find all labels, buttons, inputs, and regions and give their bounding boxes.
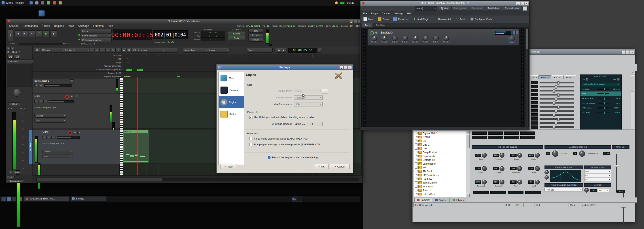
tempo-sig-line[interactable]: Tempo 120,0 Sig. 4/4 bbox=[154, 41, 174, 44]
ressort-label[interactable]: Ressort bbox=[63, 42, 70, 45]
toolbar-expander-icon[interactable]: ▼ bbox=[318, 48, 322, 52]
midi-channel-mode[interactable]: Lire: tout Enreg.: tout Canx bbox=[34, 107, 56, 109]
mute-track-button[interactable]: M bbox=[70, 95, 74, 98]
cc-box[interactable] bbox=[488, 136, 503, 139]
cancel-button[interactable]: ✕Cancel bbox=[330, 164, 350, 169]
param-knob[interactable] bbox=[382, 36, 387, 41]
scroll-thumb[interactable] bbox=[466, 134, 470, 148]
selection-row[interactable]: Durée ··:··:··:·· bbox=[191, 38, 225, 41]
tree-item[interactable]: + FP Powerbass bbox=[414, 173, 470, 177]
snap-combo[interactable]: Magnétique bbox=[183, 48, 208, 52]
output-button[interactable]: 1/2 bbox=[7, 176, 14, 179]
cc-box[interactable] bbox=[504, 132, 519, 135]
maximize-icon[interactable]: ▢ bbox=[520, 2, 524, 5]
region-name-bar[interactable]: MIDI 2.1 bbox=[124, 130, 148, 133]
tree-item-label[interactable]: Examination bbox=[422, 162, 436, 165]
tab-auxfx1[interactable]: AUX FX 1 bbox=[539, 75, 551, 79]
menu-item[interactable]: Commandes bbox=[20, 24, 40, 28]
volume-icon[interactable] bbox=[47, 1, 50, 4]
menu-item[interactable]: Édition bbox=[40, 24, 52, 28]
track-name[interactable]: Bus Master 1 bbox=[34, 80, 49, 82]
strip-name[interactable]: Bus Master 1 bbox=[8, 51, 20, 54]
menu-item[interactable]: File bbox=[361, 12, 369, 15]
selection-row[interactable]: Fin ··:··:··:·· bbox=[191, 34, 225, 38]
checkbox-unchecked-icon[interactable] bbox=[249, 143, 252, 146]
tree-item[interactable]: + FM bbox=[414, 166, 470, 169]
channel-slider[interactable] bbox=[540, 98, 574, 100]
midi-region[interactable]: MIDI 2.1 bbox=[124, 130, 148, 163]
expand-icon[interactable]: + bbox=[415, 151, 418, 154]
main-trim-display[interactable]: +0.0 bbox=[616, 190, 625, 193]
tool-button[interactable]: ↔ bbox=[105, 48, 110, 52]
limiter-knob[interactable] bbox=[584, 188, 589, 192]
checkbox-unchecked-icon[interactable] bbox=[249, 137, 252, 140]
mouse-mode-combo[interactable]: Souris bbox=[247, 48, 272, 52]
nav-item-canvas[interactable]: Canvas bbox=[219, 84, 244, 96]
auto-return-combo[interactable]: Retour automatique bbox=[81, 38, 112, 42]
tool-button[interactable]: ◉ bbox=[122, 48, 126, 52]
solo-track-button[interactable]: S bbox=[77, 131, 82, 134]
track-header-midi1[interactable]: MIDI 1 M S P A G Lire: tout Enreg.: tout… bbox=[32, 130, 120, 164]
toolbar-button[interactable]: Add Plugin bbox=[411, 16, 431, 22]
force-stereo-checkbox-row[interactable]: Force mono plugins as stereo (EXPERIMENT… bbox=[249, 137, 308, 140]
tree-item-label[interactable]: HaLLoW ! bbox=[422, 178, 434, 180]
midi-note[interactable] bbox=[126, 154, 130, 155]
group-button[interactable]: G bbox=[52, 136, 56, 139]
fx-param-row[interactable]: ER Room Size 46 % bbox=[580, 96, 622, 101]
expand-icon[interactable]: + bbox=[415, 132, 418, 134]
expand-icon[interactable]: + bbox=[415, 174, 418, 176]
screenshot-icon[interactable] bbox=[41, 1, 44, 4]
fx-param-row[interactable]: Pre-Delay 90.00 ms bbox=[580, 87, 622, 92]
app-grid-icon[interactable] bbox=[30, 1, 33, 4]
controller-value[interactable]: 26% bbox=[528, 154, 534, 157]
param-knob[interactable] bbox=[402, 36, 408, 41]
track-fader[interactable] bbox=[49, 100, 74, 103]
strip-edit-icon[interactable]: ✎ bbox=[10, 47, 14, 50]
filter-cutoff-knob[interactable] bbox=[544, 170, 549, 174]
ui-bridge-timeout-spinbox[interactable]: 4000 ms ▲▼ bbox=[294, 122, 323, 126]
tree-item-label[interactable]: Luke's Best bbox=[422, 193, 435, 196]
minimize-icon[interactable]: ▁ bbox=[516, 2, 520, 5]
tree-item-label[interactable]: JP4 Bass bbox=[422, 185, 433, 188]
controller-value[interactable]: 36% bbox=[492, 180, 499, 184]
cc-box[interactable] bbox=[472, 132, 487, 135]
tree-item[interactable]: + DB9 2 bbox=[414, 146, 470, 150]
track-name[interactable]: MIDI 1 bbox=[42, 131, 50, 134]
cc-select[interactable] bbox=[508, 191, 524, 194]
param-knob[interactable] bbox=[413, 36, 418, 41]
tree-item-label[interactable]: DB9 2 bbox=[422, 147, 430, 150]
playlist-button[interactable]: P bbox=[34, 100, 38, 103]
cc-box[interactable] bbox=[520, 136, 535, 139]
nav-item-paths[interactable]: Paths bbox=[219, 108, 244, 120]
expand-icon[interactable]: + bbox=[415, 136, 418, 138]
nav-item-engine[interactable]: Engine bbox=[219, 96, 244, 108]
patch-combo[interactable]: Generic bbox=[42, 150, 73, 154]
fx-param-row[interactable]: ER / Tail Balance 12 % bbox=[580, 101, 622, 106]
transport-button[interactable]: ◯ bbox=[36, 30, 42, 37]
mute-button[interactable]: Muet bbox=[8, 102, 20, 106]
nav-item-main[interactable]: Main bbox=[219, 72, 244, 84]
aux-effect-preset-combo[interactable]: Early Reflections Reverb bbox=[582, 82, 620, 86]
bridge-mode-checkbox-row[interactable]: Run plugins in bridge mode when possible… bbox=[249, 143, 321, 146]
tree-item[interactable]: + HaLLoW ! bbox=[414, 177, 470, 181]
menu-item[interactable]: Session bbox=[7, 24, 20, 28]
save-button[interactable]: Sauvegarder bbox=[452, 6, 468, 11]
controller-knob[interactable] bbox=[500, 166, 504, 171]
tab-system[interactable]: System bbox=[433, 198, 450, 202]
midi-note[interactable] bbox=[140, 156, 145, 157]
menu-item[interactable]: Régions bbox=[52, 24, 66, 28]
channel-slider[interactable] bbox=[540, 102, 574, 104]
session-logo-icon[interactable] bbox=[522, 6, 528, 11]
panel-menu-label[interactable]: Menu Principal bbox=[6, 1, 24, 4]
filter-res-knob[interactable] bbox=[544, 175, 549, 180]
tree-item-label[interactable]: FM bbox=[422, 166, 426, 169]
add-button[interactable]: Ajouter bbox=[439, 6, 450, 11]
tree-item-label[interactable]: Deep Pocket bbox=[422, 151, 437, 154]
pan-knob[interactable] bbox=[13, 88, 21, 96]
automation-button[interactable]: A bbox=[47, 136, 51, 139]
solo-button[interactable]: Solo bbox=[248, 29, 263, 33]
transport-button[interactable]: ▶| bbox=[22, 30, 28, 37]
controller-value[interactable]: 62% bbox=[492, 154, 499, 157]
param-knob[interactable] bbox=[433, 36, 439, 41]
toolbar-button[interactable]: Export as bbox=[391, 16, 410, 22]
